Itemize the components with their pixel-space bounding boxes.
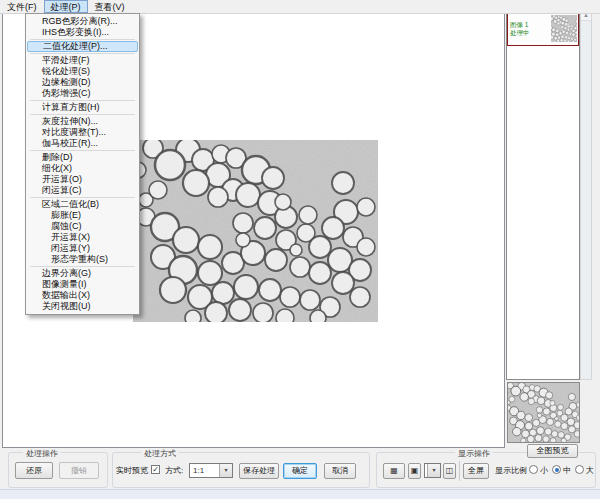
list-item-thumbnail (551, 15, 577, 42)
group-edit-ops: 处理操作 还原 撤销 (8, 452, 108, 488)
menubar-item-2[interactable]: 查看(V) (88, 0, 132, 13)
scale-radio-label: 大 (586, 466, 594, 475)
tile-icon: ▦ (390, 466, 398, 475)
cancel-button[interactable]: 取消 (324, 463, 356, 479)
menu-item[interactable]: 形态学重构(S) (27, 254, 138, 265)
menu-item[interactable]: 膨胀(E) (27, 210, 138, 221)
menu-item[interactable]: 删除(D) (27, 152, 138, 163)
menubar: 文件(F)处理(P)查看(V) (0, 0, 600, 14)
process-menu-dropdown: RGB色彩分离(R)...IHS色彩变换(I)...二值化处理(P)...平滑处… (25, 13, 140, 315)
list-scrollbar[interactable]: ▲ (580, 10, 592, 380)
picture-view-button[interactable]: ◫ (443, 463, 456, 479)
save-process-button[interactable]: 保存处理 (239, 463, 279, 479)
undo-button[interactable]: 还原 (15, 462, 53, 479)
ratio-combobox-value: 1:1 (193, 466, 204, 475)
menu-item[interactable]: 平滑处理(F) (27, 55, 138, 66)
menu-item[interactable]: 闭运算(Y) (27, 243, 138, 254)
menu-item[interactable]: 细化(X) (27, 163, 138, 174)
menu-item[interactable]: 开运算(O) (27, 174, 138, 185)
menu-item[interactable]: 图像测量(I) (27, 279, 138, 290)
chevron-down-icon[interactable]: ▾ (427, 464, 440, 477)
group-display-label: 显示操作 (455, 448, 493, 459)
redo-button[interactable]: 撤销 (59, 462, 99, 479)
scale-radio-label: 小 (540, 466, 548, 475)
menu-item[interactable]: 开运算(X) (27, 232, 138, 243)
menu-item[interactable]: 对比度调整(T)... (27, 127, 138, 138)
menu-item[interactable]: 区域二值化(B) (27, 199, 138, 210)
scale-radio-小[interactable] (529, 465, 538, 474)
menu-separator (30, 150, 135, 151)
mode-label: 方式: (165, 466, 183, 475)
list-item-caption: 图像 1 处理中 (508, 21, 550, 37)
navigator-thumbnail[interactable] (507, 382, 580, 443)
menu-separator (30, 53, 135, 54)
live-preview-checkbox[interactable]: ✓ (151, 465, 160, 474)
menu-item[interactable]: 腐蚀(C) (27, 221, 138, 232)
menubar-item-0[interactable]: 文件(F) (0, 0, 44, 13)
list-item-selected[interactable]: 图像 1 处理中 (507, 11, 579, 46)
scale-radio-中[interactable] (552, 465, 561, 474)
group-process-mode: 处理方式 实时预览 ✓ 方式: 1:1 ▾ 保存处理 确定 取消 (112, 452, 370, 488)
menu-item[interactable]: 伽马校正(R)... (27, 138, 138, 149)
menu-separator (30, 197, 135, 198)
menubar-item-1[interactable]: 处理(P) (44, 0, 88, 13)
menu-item[interactable]: 二值化处理(P)... (27, 41, 138, 52)
live-preview-label: 实时预览 (116, 466, 148, 475)
chevron-down-icon[interactable]: ▾ (219, 464, 232, 477)
window-bottom-edge (0, 489, 600, 499)
group-edit-ops-label: 处理操作 (23, 448, 61, 459)
menu-item[interactable]: 边界分离(G) (27, 268, 138, 279)
ratio-combobox[interactable]: 1:1 ▾ (189, 463, 233, 478)
menu-separator (30, 114, 135, 115)
group-process-mode-label: 处理方式 (141, 448, 179, 459)
image-view-button[interactable]: ▣ (408, 463, 421, 479)
menu-item[interactable]: 闭运算(C) (27, 185, 138, 196)
scale-radio-大[interactable] (575, 465, 584, 474)
caption-line2: 处理中 (510, 29, 550, 37)
menu-item[interactable]: 锐化处理(S) (27, 66, 138, 77)
menu-item[interactable]: 伪彩增强(C) (27, 88, 138, 99)
tem-image (133, 140, 378, 322)
image-icon: ▣ (411, 466, 419, 475)
menu-separator (30, 266, 135, 267)
ok-button[interactable]: 确定 (283, 463, 317, 479)
tile-view-button[interactable]: ▦ (383, 463, 405, 479)
scale-radio-label: 中 (563, 466, 571, 475)
menu-item[interactable]: RGB色彩分离(R)... (27, 16, 138, 27)
menu-item[interactable]: 灰度拉伸(N)... (27, 116, 138, 127)
menu-item[interactable]: IHS色彩变换(I)... (27, 27, 138, 38)
menu-separator (30, 100, 135, 101)
menu-item[interactable]: 数据输出(X) (27, 290, 138, 301)
menu-item[interactable]: 关闭视图(U) (27, 301, 138, 312)
scale-label: 显示比例 (495, 466, 527, 475)
menu-separator (30, 39, 135, 40)
navigator-button[interactable]: 全图预览 (527, 444, 578, 458)
view-mini-combobox[interactable]: ▾ (424, 463, 441, 478)
toolbar-divider (459, 461, 460, 481)
picture-icon: ◫ (446, 466, 454, 475)
menu-item[interactable]: 计算直方图(H) (27, 102, 138, 113)
fullscreen-button[interactable]: 全屏 (463, 463, 489, 479)
caption-line1: 图像 1 (510, 21, 550, 29)
menu-item[interactable]: 边缘检测(D) (27, 77, 138, 88)
thumbnail-list[interactable]: 图像 1 处理中 (506, 10, 580, 380)
